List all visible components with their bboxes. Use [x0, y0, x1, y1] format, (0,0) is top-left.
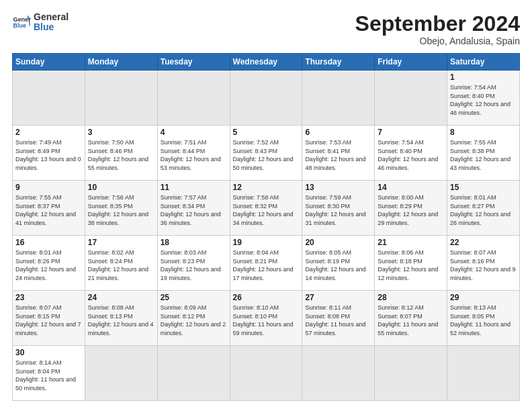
day-number: 19: [233, 238, 300, 247]
day-number: 28: [378, 293, 444, 302]
calendar-cell: [302, 346, 375, 401]
cell-info: Sunrise: 7:51 AMSunset: 8:44 PMDaylight:…: [161, 138, 227, 172]
calendar-cell: [230, 346, 302, 401]
calendar-cell: 4Sunrise: 7:51 AMSunset: 8:44 PMDaylight…: [157, 126, 230, 181]
day-number: 27: [305, 293, 371, 302]
day-number: 22: [450, 238, 517, 247]
calendar-cell: 10Sunrise: 7:56 AMSunset: 8:35 PMDayligh…: [85, 181, 157, 236]
day-number: 18: [161, 238, 227, 247]
day-number: 9: [15, 183, 82, 192]
day-number: 15: [450, 183, 517, 192]
day-number: 1: [450, 73, 517, 82]
day-number: 8: [450, 128, 517, 137]
location: Obejo, Andalusia, Spain: [355, 36, 520, 46]
logo-general-text: General: [34, 12, 69, 22]
day-number: 17: [88, 238, 154, 247]
calendar-cell: 1Sunrise: 7:54 AMSunset: 8:40 PMDaylight…: [447, 71, 520, 126]
day-number: 13: [305, 183, 371, 192]
calendar-cell: [375, 346, 447, 401]
cell-info: Sunrise: 7:52 AMSunset: 8:43 PMDaylight:…: [233, 138, 300, 172]
day-header-saturday: Saturday: [447, 54, 520, 71]
cell-info: Sunrise: 8:14 AMSunset: 8:04 PMDaylight:…: [15, 359, 82, 392]
cell-info: Sunrise: 7:57 AMSunset: 8:34 PMDaylight:…: [161, 193, 227, 227]
calendar-cell: 12Sunrise: 7:58 AMSunset: 8:32 PMDayligh…: [230, 181, 302, 236]
calendar-week-6: 30Sunrise: 8:14 AMSunset: 8:04 PMDayligh…: [13, 346, 520, 401]
day-number: 24: [88, 293, 154, 302]
calendar-cell: 17Sunrise: 8:02 AMSunset: 8:24 PMDayligh…: [85, 236, 157, 291]
cell-info: Sunrise: 8:01 AMSunset: 8:26 PMDaylight:…: [15, 248, 82, 282]
calendar-week-3: 9Sunrise: 7:55 AMSunset: 8:37 PMDaylight…: [13, 181, 520, 236]
day-number: 4: [161, 128, 227, 137]
calendar-cell: 23Sunrise: 8:07 AMSunset: 8:15 PMDayligh…: [13, 291, 85, 346]
cell-info: Sunrise: 8:02 AMSunset: 8:24 PMDaylight:…: [88, 248, 154, 282]
day-header-sunday: Sunday: [13, 54, 85, 71]
calendar-week-2: 2Sunrise: 7:49 AMSunset: 8:49 PMDaylight…: [13, 126, 520, 181]
cell-info: Sunrise: 8:05 AMSunset: 8:19 PMDaylight:…: [305, 248, 371, 282]
day-number: 10: [88, 183, 154, 192]
calendar-table: SundayMondayTuesdayWednesdayThursdayFrid…: [12, 53, 520, 401]
day-number: 30: [15, 348, 82, 357]
day-number: 3: [88, 128, 154, 137]
logo-blue-text: Blue: [34, 22, 69, 32]
day-number: 29: [450, 293, 517, 302]
calendar-cell: [85, 71, 157, 126]
cell-info: Sunrise: 8:13 AMSunset: 8:05 PMDaylight:…: [450, 304, 517, 337]
day-number: 6: [305, 128, 371, 137]
cell-info: Sunrise: 8:08 AMSunset: 8:13 PMDaylight:…: [88, 304, 154, 337]
day-number: 21: [378, 238, 444, 247]
cell-info: Sunrise: 7:53 AMSunset: 8:41 PMDaylight:…: [305, 138, 371, 172]
cell-info: Sunrise: 8:07 AMSunset: 8:16 PMDaylight:…: [450, 248, 517, 282]
calendar-cell: [375, 71, 447, 126]
day-header-thursday: Thursday: [302, 54, 375, 71]
calendar-cell: 21Sunrise: 8:06 AMSunset: 8:18 PMDayligh…: [375, 236, 447, 291]
calendar-cell: 22Sunrise: 8:07 AMSunset: 8:16 PMDayligh…: [447, 236, 520, 291]
cell-info: Sunrise: 7:55 AMSunset: 8:38 PMDaylight:…: [450, 138, 517, 172]
calendar-cell: 28Sunrise: 8:12 AMSunset: 8:07 PMDayligh…: [375, 291, 447, 346]
calendar-cell: 9Sunrise: 7:55 AMSunset: 8:37 PMDaylight…: [13, 181, 85, 236]
cell-info: Sunrise: 7:56 AMSunset: 8:35 PMDaylight:…: [88, 193, 154, 227]
svg-text:Blue: Blue: [13, 23, 26, 30]
cell-info: Sunrise: 7:49 AMSunset: 8:49 PMDaylight:…: [15, 138, 82, 172]
calendar-cell: [157, 346, 230, 401]
calendar-week-4: 16Sunrise: 8:01 AMSunset: 8:26 PMDayligh…: [13, 236, 520, 291]
calendar-cell: 27Sunrise: 8:11 AMSunset: 8:08 PMDayligh…: [302, 291, 375, 346]
cell-info: Sunrise: 8:12 AMSunset: 8:07 PMDaylight:…: [378, 304, 444, 337]
calendar-cell: [157, 71, 230, 126]
calendar-cell: 16Sunrise: 8:01 AMSunset: 8:26 PMDayligh…: [13, 236, 85, 291]
cell-info: Sunrise: 8:01 AMSunset: 8:27 PMDaylight:…: [450, 193, 517, 227]
calendar-cell: 13Sunrise: 7:59 AMSunset: 8:30 PMDayligh…: [302, 181, 375, 236]
day-number: 7: [378, 128, 444, 137]
day-header-wednesday: Wednesday: [230, 54, 302, 71]
day-number: 14: [378, 183, 444, 192]
cell-info: Sunrise: 7:58 AMSunset: 8:32 PMDaylight:…: [233, 193, 300, 227]
title-block: September 2024 Obejo, Andalusia, Spain: [355, 12, 520, 46]
day-number: 2: [15, 128, 82, 137]
calendar-cell: [302, 71, 375, 126]
day-number: 16: [15, 238, 82, 247]
day-number: 23: [15, 293, 82, 302]
day-header-friday: Friday: [375, 54, 447, 71]
cell-info: Sunrise: 7:54 AMSunset: 8:40 PMDaylight:…: [378, 138, 444, 172]
calendar-cell: [13, 71, 85, 126]
cell-info: Sunrise: 8:00 AMSunset: 8:29 PMDaylight:…: [378, 193, 444, 227]
calendar-cell: 2Sunrise: 7:49 AMSunset: 8:49 PMDaylight…: [13, 126, 85, 181]
calendar-cell: 24Sunrise: 8:08 AMSunset: 8:13 PMDayligh…: [85, 291, 157, 346]
page: General Blue General Blue September 2024…: [0, 0, 532, 411]
header-row: SundayMondayTuesdayWednesdayThursdayFrid…: [13, 54, 520, 71]
calendar-cell: 7Sunrise: 7:54 AMSunset: 8:40 PMDaylight…: [375, 126, 447, 181]
calendar-cell: 20Sunrise: 8:05 AMSunset: 8:19 PMDayligh…: [302, 236, 375, 291]
calendar-cell: [230, 71, 302, 126]
calendar-cell: 15Sunrise: 8:01 AMSunset: 8:27 PMDayligh…: [447, 181, 520, 236]
calendar-cell: [447, 346, 520, 401]
month-title: September 2024: [355, 12, 520, 36]
day-number: 20: [305, 238, 371, 247]
cell-info: Sunrise: 8:06 AMSunset: 8:18 PMDaylight:…: [378, 248, 444, 282]
day-number: 12: [233, 183, 300, 192]
cell-info: Sunrise: 8:04 AMSunset: 8:21 PMDaylight:…: [233, 248, 300, 282]
day-number: 26: [233, 293, 300, 302]
cell-info: Sunrise: 7:50 AMSunset: 8:46 PMDaylight:…: [88, 138, 154, 172]
calendar-cell: [85, 346, 157, 401]
day-number: 5: [233, 128, 300, 137]
calendar-cell: 29Sunrise: 8:13 AMSunset: 8:05 PMDayligh…: [447, 291, 520, 346]
calendar-cell: 25Sunrise: 8:09 AMSunset: 8:12 PMDayligh…: [157, 291, 230, 346]
